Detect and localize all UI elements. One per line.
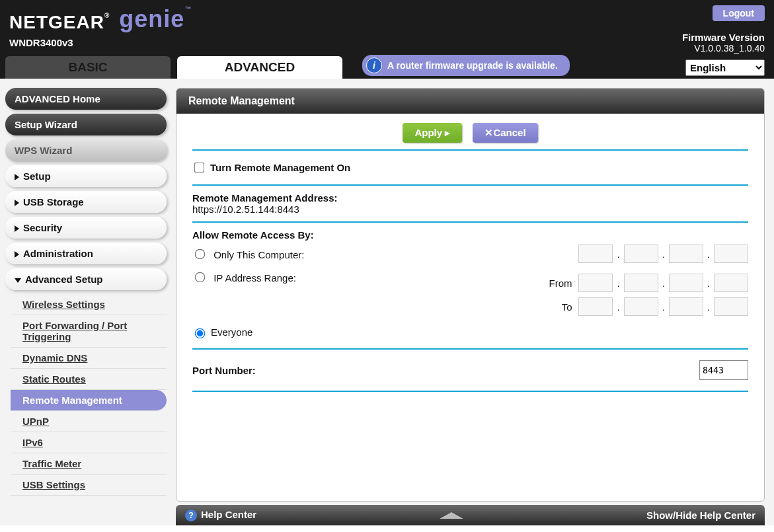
main-area: Remote Management Apply ▸ ✕Cancel Turn R… bbox=[172, 79, 774, 525]
brand-block: NETGEAR® genie™ bbox=[9, 5, 765, 33]
ip-octet[interactable] bbox=[669, 274, 703, 292]
address-value: https://10.2.51.144:8443 bbox=[192, 204, 299, 215]
everyone-label: Everyone bbox=[211, 326, 252, 338]
caret-right-icon bbox=[15, 174, 19, 180]
row-turn-on: Turn Remote Management On bbox=[192, 157, 748, 178]
port-label: Port Number: bbox=[192, 365, 256, 376]
firmware-version: Firmware VersionV1.0.0.38_1.0.40 bbox=[682, 32, 765, 54]
action-buttons: Apply ▸ ✕Cancel bbox=[192, 123, 748, 143]
row-ip-range: IP Address Range: From . . . To . . . bbox=[192, 267, 748, 323]
radio-everyone[interactable] bbox=[195, 328, 206, 338]
caret-right-icon bbox=[15, 251, 19, 258]
divider bbox=[192, 391, 748, 392]
sidebar-item-advanced-setup[interactable]: Advanced Setup bbox=[5, 268, 167, 290]
ip-octet[interactable] bbox=[714, 245, 748, 263]
help-center-button[interactable]: ?Help Center bbox=[185, 509, 256, 521]
subnav-port-forwarding[interactable]: Port Forwarding / Port Triggering bbox=[11, 315, 167, 348]
firmware-notice[interactable]: i A router firmware upgrade is available… bbox=[362, 55, 570, 76]
caret-right-icon bbox=[15, 200, 19, 206]
only-this-label: Only This Computer: bbox=[213, 249, 304, 260]
ip-octet[interactable] bbox=[578, 297, 613, 316]
to-label: To bbox=[562, 301, 572, 313]
ip-range-from: From . . . bbox=[549, 274, 748, 292]
tab-bar: BASIC ADVANCED i A router firmware upgra… bbox=[0, 55, 774, 79]
model-label: WNDR3400v3 bbox=[9, 37, 765, 48]
ip-octet[interactable] bbox=[624, 245, 658, 263]
radio-only-this[interactable] bbox=[195, 248, 206, 259]
language-select-wrap: English bbox=[685, 59, 765, 76]
sidebar-item-security[interactable]: Security bbox=[5, 217, 167, 239]
ip-range-to: To . . . bbox=[549, 297, 748, 316]
caret-down-icon bbox=[15, 278, 21, 283]
ip-octet[interactable] bbox=[669, 245, 703, 263]
subnav-remote-management[interactable]: Remote Management bbox=[11, 390, 167, 411]
sidebar-item-wps-wizard[interactable]: WPS Wizard bbox=[5, 139, 167, 161]
info-icon: i bbox=[366, 57, 382, 73]
ip-octet[interactable] bbox=[578, 245, 613, 263]
address-block: Remote Management Address: https://10.2.… bbox=[192, 192, 748, 215]
port-number-input[interactable] bbox=[699, 360, 748, 380]
help-footer: ?Help Center Show/Hide Help Center bbox=[176, 505, 765, 525]
sidebar-item-administration[interactable]: Administration bbox=[5, 243, 167, 264]
row-only-this: Only This Computer: . . . bbox=[192, 241, 748, 267]
divider bbox=[192, 348, 748, 350]
brand-netgear: NETGEAR® bbox=[9, 12, 110, 33]
ip-octet[interactable] bbox=[714, 274, 748, 292]
caret-right-icon bbox=[15, 225, 19, 232]
tab-advanced[interactable]: ADVANCED bbox=[177, 56, 342, 79]
sidebar: ADVANCED Home Setup Wizard WPS Wizard Se… bbox=[0, 79, 172, 525]
logout-button[interactable]: Logout bbox=[713, 5, 765, 21]
ip-octet[interactable] bbox=[624, 297, 658, 316]
row-everyone: Everyone bbox=[192, 323, 748, 342]
subnav-traffic-meter[interactable]: Traffic Meter bbox=[11, 453, 167, 475]
show-hide-help-button[interactable]: Show/Hide Help Center bbox=[646, 510, 755, 521]
divider bbox=[192, 184, 748, 186]
sidebar-item-setup[interactable]: Setup bbox=[5, 165, 167, 187]
sidebar-item-setup-wizard[interactable]: Setup Wizard bbox=[5, 114, 167, 135]
ip-range-label: IP Address Range: bbox=[213, 272, 296, 284]
chevron-up-icon[interactable] bbox=[440, 512, 463, 519]
header: NETGEAR® genie™ Logout WNDR3400v3 Firmwa… bbox=[0, 0, 774, 55]
ip-octet[interactable] bbox=[714, 297, 748, 316]
subnav-usb-settings[interactable]: USB Settings bbox=[11, 475, 167, 496]
from-label: From bbox=[549, 278, 572, 289]
subnav-wireless-settings[interactable]: Wireless Settings bbox=[11, 294, 167, 315]
subnav-ipv6[interactable]: IPv6 bbox=[11, 432, 167, 453]
brand-genie: genie™ bbox=[119, 5, 192, 33]
turn-on-label: Turn Remote Management On bbox=[210, 162, 350, 173]
turn-on-checkbox[interactable] bbox=[194, 163, 205, 173]
ip-octet[interactable] bbox=[669, 297, 703, 316]
panel-title: Remote Management bbox=[176, 89, 764, 114]
language-select[interactable]: English bbox=[685, 59, 765, 76]
ip-only-this: . . . bbox=[578, 245, 748, 263]
row-port: Port Number: bbox=[192, 356, 748, 384]
sidebar-item-advanced-home[interactable]: ADVANCED Home bbox=[5, 88, 167, 110]
notice-text: A router firmware upgrade is available. bbox=[387, 60, 558, 71]
help-icon: ? bbox=[185, 510, 197, 521]
allow-label: Allow Remote Access By: bbox=[192, 229, 314, 241]
divider bbox=[192, 149, 748, 151]
ip-octet[interactable] bbox=[578, 274, 613, 292]
divider bbox=[192, 221, 748, 223]
sidebar-item-usb-storage[interactable]: USB Storage bbox=[5, 191, 167, 213]
ip-octet[interactable] bbox=[624, 274, 658, 292]
radio-ip-range[interactable] bbox=[195, 272, 206, 283]
subnav-dynamic-dns[interactable]: Dynamic DNS bbox=[11, 348, 167, 369]
subnav-upnp[interactable]: UPnP bbox=[11, 411, 167, 432]
sidebar-subnav: Wireless Settings Port Forwarding / Port… bbox=[11, 294, 167, 496]
tab-basic[interactable]: BASIC bbox=[5, 56, 171, 79]
subnav-static-routes[interactable]: Static Routes bbox=[11, 369, 167, 390]
apply-button[interactable]: Apply ▸ bbox=[403, 123, 462, 143]
cancel-button[interactable]: ✕Cancel bbox=[473, 123, 537, 143]
address-label: Remote Management Address: bbox=[192, 192, 338, 204]
panel-remote-management: Remote Management Apply ▸ ✕Cancel Turn R… bbox=[176, 88, 765, 502]
